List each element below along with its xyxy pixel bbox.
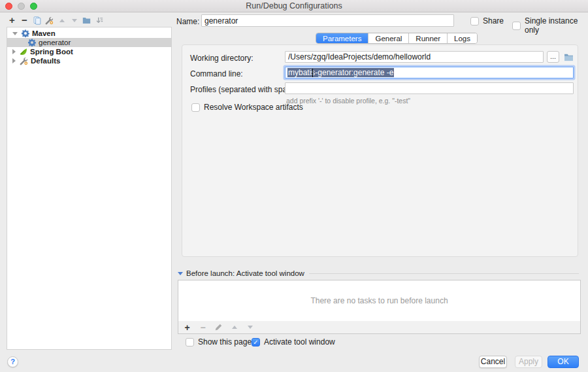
tab-logs[interactable]: Logs xyxy=(448,33,477,43)
ok-button[interactable]: OK xyxy=(547,356,579,368)
collapse-triangle-icon[interactable] xyxy=(178,272,183,275)
chevron-right-icon[interactable] xyxy=(12,49,16,54)
copy-configuration-icon[interactable] xyxy=(33,15,41,25)
tree-item-defaults[interactable]: Defaults xyxy=(7,56,171,65)
checkbox-check-icon[interactable]: ✓ xyxy=(252,338,260,347)
tab-runner[interactable]: Runner xyxy=(409,33,448,43)
add-task-button[interactable]: + xyxy=(183,322,191,333)
edit-defaults-wrench-icon[interactable] xyxy=(45,15,54,25)
checkbox-box[interactable] xyxy=(186,338,194,347)
spring-boot-leaf-icon xyxy=(20,48,27,56)
single-instance-label: Single instance only xyxy=(525,16,588,35)
tab-parameters[interactable]: Parameters xyxy=(316,33,368,43)
edit-task-pencil-icon xyxy=(214,322,223,333)
share-checkbox[interactable]: Share xyxy=(470,16,504,25)
checkbox-box[interactable] xyxy=(470,17,479,25)
share-label: Share xyxy=(483,16,504,25)
text-caret xyxy=(312,69,313,77)
run-debug-configurations-dialog: Run/Debug Configurations + − xyxy=(0,0,588,372)
tree-item-label: Maven xyxy=(32,29,56,37)
configurations-toolbar: + − xyxy=(8,14,103,26)
tree-item-label: generator xyxy=(39,39,71,46)
before-launch-task-list[interactable]: There are no tasks to run before launch xyxy=(178,280,581,322)
title-bar: Run/Debug Configurations xyxy=(0,0,588,12)
tree-item-spring-boot[interactable]: Spring Boot xyxy=(7,47,171,56)
tree-item-maven[interactable]: Maven xyxy=(7,29,171,38)
profiles-input[interactable] xyxy=(285,82,574,94)
tree-item-generator[interactable]: generator xyxy=(7,38,171,47)
checkbox-box[interactable] xyxy=(191,103,200,112)
show-this-page-label: Show this page xyxy=(198,337,252,347)
single-instance-checkbox[interactable]: Single instance only xyxy=(512,16,588,35)
choose-folder-icon[interactable] xyxy=(562,52,575,63)
selected-text: mybatis-generator:generate -e xyxy=(287,68,394,77)
checkbox-box[interactable] xyxy=(512,22,521,30)
maven-gear-icon xyxy=(28,39,36,46)
remove-task-button: − xyxy=(199,322,207,333)
defaults-wrench-icon xyxy=(20,57,28,65)
before-launch-header[interactable]: Before launch: Activate tool window xyxy=(178,269,579,278)
resolve-workspace-checkbox[interactable]: Resolve Workspace artifacts xyxy=(191,103,303,112)
tree-item-label: Defaults xyxy=(31,57,60,65)
sort-configurations-icon[interactable] xyxy=(95,15,103,25)
before-launch-title: Before launch: Activate tool window xyxy=(186,269,304,277)
move-task-up-icon xyxy=(230,322,238,333)
move-up-icon xyxy=(57,15,66,25)
add-configuration-button[interactable]: + xyxy=(8,15,16,25)
empty-tasks-message: There are no tasks to run before launch xyxy=(310,296,448,305)
resolve-workspace-label: Resolve Workspace artifacts xyxy=(204,103,303,112)
chevron-down-icon[interactable] xyxy=(12,32,18,35)
maven-gear-icon xyxy=(22,29,29,37)
apply-button: Apply xyxy=(515,356,542,368)
show-this-page-checkbox[interactable]: Show this page xyxy=(186,337,252,347)
chevron-right-icon[interactable] xyxy=(12,58,16,63)
name-input[interactable] xyxy=(201,14,454,27)
folder-icon[interactable] xyxy=(82,15,91,25)
name-label: Name: xyxy=(176,17,199,26)
activate-tool-window-label: Activate tool window xyxy=(264,337,335,347)
activate-tool-window-checkbox[interactable]: ✓ Activate tool window xyxy=(252,337,335,347)
command-line-input[interactable]: mybatis-generator:generate -e xyxy=(285,67,574,78)
cancel-button[interactable]: Cancel xyxy=(479,356,507,368)
settings-tabs: Parameters General Runner Logs xyxy=(316,33,478,44)
command-line-label: Command line: xyxy=(190,69,243,78)
tree-item-label: Spring Boot xyxy=(30,48,73,56)
browse-directory-button[interactable]: ... xyxy=(547,51,559,63)
working-directory-input[interactable] xyxy=(285,51,544,63)
profiles-hint: add prefix '-' to disable profile, e.g. … xyxy=(286,97,410,105)
remove-configuration-button[interactable]: − xyxy=(20,15,29,25)
separator-line xyxy=(309,273,579,274)
parameters-panel: Working directory: ... Command line: myb… xyxy=(182,44,578,257)
move-task-down-icon xyxy=(246,322,254,333)
configurations-tree: Maven generator Spring Boot xyxy=(7,27,172,350)
working-directory-label: Working directory: xyxy=(190,54,253,63)
help-button[interactable]: ? xyxy=(7,356,18,367)
tab-general[interactable]: General xyxy=(368,33,409,43)
profiles-label: Profiles (separated with space): xyxy=(190,85,300,94)
window-title: Run/Debug Configurations xyxy=(0,1,588,10)
before-launch-toolbar: + − xyxy=(178,321,581,334)
move-down-icon xyxy=(70,15,78,25)
